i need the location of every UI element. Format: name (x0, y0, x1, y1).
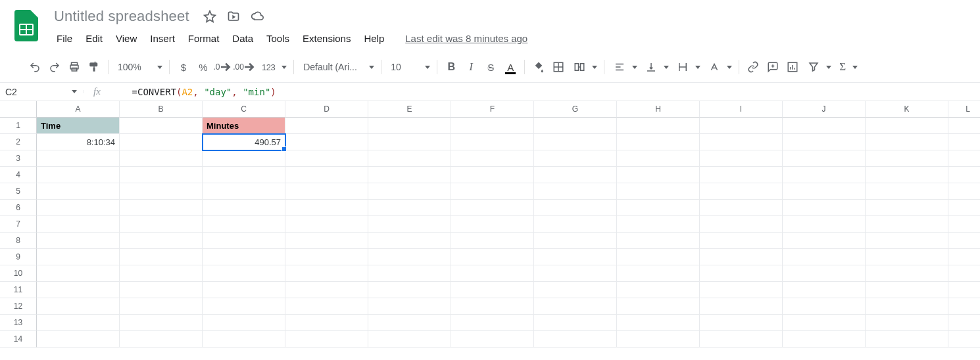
spreadsheet-grid[interactable]: A B C D E F G H I J K L 1 Time Minutes 2… (0, 101, 980, 348)
cell[interactable] (700, 331, 783, 348)
cell[interactable] (534, 265, 617, 282)
fill-color-icon[interactable] (529, 57, 549, 77)
cell[interactable] (451, 134, 534, 150)
cell[interactable] (783, 150, 866, 167)
redo-icon[interactable] (45, 57, 64, 77)
cell[interactable] (120, 134, 203, 150)
cell[interactable] (534, 118, 617, 134)
cell[interactable] (534, 134, 617, 150)
move-folder-icon[interactable] (226, 9, 241, 24)
cell[interactable] (120, 249, 203, 265)
cell[interactable] (783, 200, 866, 216)
cell[interactable] (37, 167, 120, 183)
cell[interactable] (37, 249, 120, 265)
zoom-select[interactable]: 100% (112, 57, 165, 77)
select-all-corner[interactable] (0, 101, 37, 118)
filter-button[interactable] (802, 57, 834, 77)
undo-icon[interactable] (25, 57, 45, 77)
cell[interactable] (120, 200, 203, 216)
cell[interactable] (948, 118, 980, 134)
menu-tools[interactable]: Tools (260, 30, 296, 47)
vertical-align-button[interactable] (640, 57, 672, 77)
cell[interactable] (783, 183, 866, 200)
col-header[interactable]: A (37, 101, 120, 118)
cell[interactable] (866, 150, 948, 167)
cell[interactable] (948, 233, 980, 249)
cell[interactable] (37, 331, 120, 348)
menu-file[interactable]: File (50, 30, 79, 47)
cell[interactable] (948, 134, 980, 150)
cell[interactable] (368, 265, 451, 282)
col-header[interactable]: C (203, 101, 285, 118)
cell[interactable] (203, 265, 285, 282)
cell[interactable] (617, 331, 700, 348)
horizontal-align-button[interactable] (608, 57, 640, 77)
cell[interactable] (700, 298, 783, 315)
cell[interactable] (368, 150, 451, 167)
cell[interactable] (617, 216, 700, 233)
cell[interactable] (285, 249, 368, 265)
cell[interactable] (37, 183, 120, 200)
cell[interactable] (451, 118, 534, 134)
row-header[interactable]: 8 (0, 233, 37, 249)
cloud-status-icon[interactable] (250, 9, 264, 24)
cell[interactable] (617, 298, 700, 315)
cell[interactable] (866, 298, 948, 315)
cell[interactable] (948, 282, 980, 298)
cell[interactable] (451, 331, 534, 348)
cell[interactable] (617, 249, 700, 265)
cell[interactable] (866, 200, 948, 216)
col-header[interactable]: E (368, 101, 451, 118)
cell[interactable] (783, 249, 866, 265)
row-header[interactable]: 11 (0, 282, 37, 298)
cell[interactable] (700, 216, 783, 233)
name-box[interactable]: C2 (0, 87, 38, 97)
cell[interactable] (203, 315, 285, 331)
cell[interactable] (120, 183, 203, 200)
col-header[interactable]: H (617, 101, 700, 118)
cell[interactable] (866, 315, 948, 331)
cell[interactable] (948, 183, 980, 200)
cell[interactable] (37, 216, 120, 233)
cell[interactable] (451, 216, 534, 233)
cell[interactable] (451, 233, 534, 249)
cell[interactable] (700, 118, 783, 134)
cell[interactable] (866, 331, 948, 348)
cell[interactable] (120, 282, 203, 298)
font-size-select[interactable]: 10 (385, 57, 433, 77)
cell[interactable] (451, 265, 534, 282)
cell[interactable] (368, 298, 451, 315)
text-wrap-button[interactable] (672, 57, 703, 77)
cell[interactable] (203, 183, 285, 200)
cell[interactable] (700, 265, 783, 282)
cell[interactable] (948, 167, 980, 183)
cell[interactable] (783, 216, 866, 233)
cell[interactable] (368, 315, 451, 331)
cell[interactable] (368, 331, 451, 348)
cell[interactable] (700, 249, 783, 265)
cell[interactable] (285, 315, 368, 331)
cell[interactable] (783, 134, 866, 150)
cell[interactable] (451, 282, 534, 298)
cell[interactable] (368, 233, 451, 249)
cell[interactable] (617, 315, 700, 331)
cell[interactable] (700, 183, 783, 200)
cell[interactable] (534, 315, 617, 331)
cell[interactable] (120, 298, 203, 315)
row-header[interactable]: 5 (0, 183, 37, 200)
col-header[interactable]: F (451, 101, 534, 118)
cell-selected[interactable]: 490.57 (203, 134, 285, 150)
cell[interactable]: 8:10:34 (37, 134, 120, 150)
cell[interactable] (120, 315, 203, 331)
cell[interactable] (534, 233, 617, 249)
cell[interactable] (617, 134, 700, 150)
cell[interactable] (451, 183, 534, 200)
cell[interactable] (37, 200, 120, 216)
col-header[interactable]: B (120, 101, 203, 118)
cell[interactable] (534, 331, 617, 348)
menu-help[interactable]: Help (357, 30, 391, 47)
cell[interactable] (948, 298, 980, 315)
cell[interactable] (948, 315, 980, 331)
decrease-decimal-button[interactable]: .0 (213, 57, 233, 77)
cell[interactable] (866, 134, 948, 150)
